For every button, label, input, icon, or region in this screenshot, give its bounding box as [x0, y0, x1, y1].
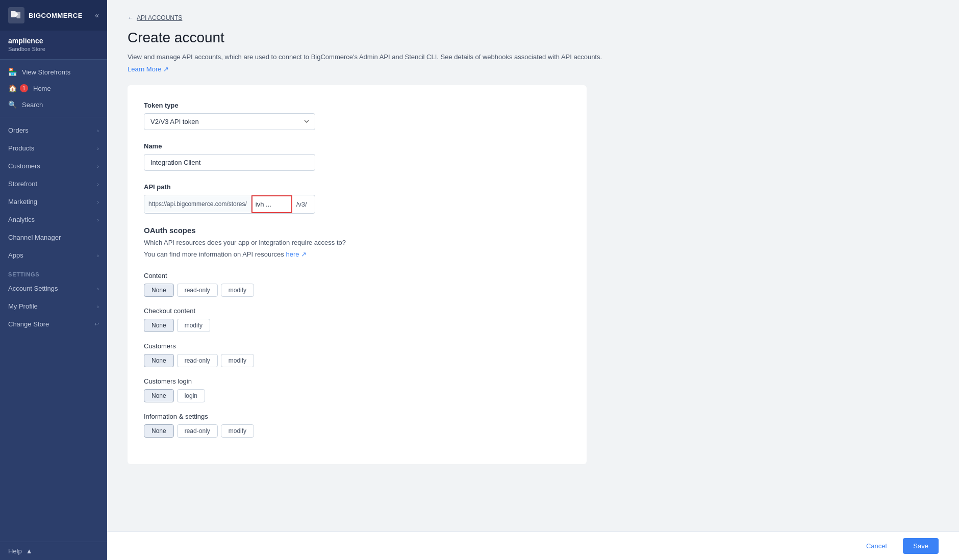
scope-customers-modify-btn[interactable]: modify	[221, 354, 254, 367]
analytics-chevron-icon: ›	[97, 217, 99, 223]
main-content: ← API ACCOUNTS Create account View and m…	[107, 0, 959, 531]
api-path-wrapper: https://api.bigcommerce.com/stores/ /v3/	[144, 195, 315, 214]
sidebar-item-marketing[interactable]: Marketing ›	[0, 193, 107, 211]
home-link[interactable]: 🏠 1 Home	[0, 80, 107, 96]
scope-checkout-buttons: None modify	[144, 319, 570, 332]
scope-content-readonly-btn[interactable]: read-only	[177, 284, 218, 297]
products-chevron-icon: ›	[97, 145, 99, 151]
storefront-label: Storefront	[8, 180, 37, 188]
store-info: amplience Sandbox Store	[0, 31, 107, 60]
customers-chevron-icon: ›	[97, 163, 99, 169]
sidebar-header: BIGCOMMERCE «	[0, 0, 107, 31]
sidebar-item-change-store[interactable]: Change Store ↩	[0, 315, 107, 333]
cancel-button[interactable]: Cancel	[856, 538, 897, 554]
scope-info-settings-none-btn[interactable]: None	[144, 424, 174, 438]
main-area: ← API ACCOUNTS Create account View and m…	[107, 0, 959, 560]
external-link-icon: ↗	[163, 65, 169, 73]
sidebar-item-storefront[interactable]: Storefront ›	[0, 175, 107, 193]
view-storefronts-link[interactable]: 🏪 View Storefronts	[0, 64, 107, 80]
scope-customers-login-label: Customers login	[144, 377, 570, 385]
footer-bar: Cancel Save	[107, 531, 959, 560]
sidebar-item-orders[interactable]: Orders ›	[0, 121, 107, 139]
storefront-icon: 🏪	[8, 68, 17, 76]
scope-customers-login: Customers login None login	[144, 377, 570, 402]
name-input[interactable]	[144, 154, 315, 171]
api-path-label: API path	[144, 183, 570, 191]
marketing-label: Marketing	[8, 198, 37, 206]
breadcrumb-link[interactable]: API ACCOUNTS	[137, 14, 182, 21]
sidebar-nav: Orders › Products › Customers › Storefro…	[0, 117, 107, 542]
sidebar-item-analytics[interactable]: Analytics ›	[0, 211, 107, 228]
api-path-suffix: /v3/	[292, 196, 311, 212]
collapse-button[interactable]: «	[95, 11, 99, 19]
api-path-store-input[interactable]	[251, 195, 292, 213]
sidebar-quick-actions: 🏪 View Storefronts 🏠 1 Home 🔍 Search	[0, 60, 107, 117]
channel-manager-label: Channel Manager	[8, 234, 61, 241]
my-profile-label: My Profile	[8, 302, 38, 310]
settings-section-label: Settings	[0, 264, 107, 279]
scope-information-settings: Information & settings None read-only mo…	[144, 413, 570, 438]
sidebar-item-my-profile[interactable]: My Profile ›	[0, 297, 107, 315]
scope-info-settings-modify-btn[interactable]: modify	[221, 424, 254, 438]
breadcrumb-arrow-icon: ←	[128, 14, 134, 21]
storefront-chevron-icon: ›	[97, 181, 99, 187]
search-link[interactable]: 🔍 Search	[0, 96, 107, 113]
scope-content: Content None read-only modify	[144, 272, 570, 297]
oauth-scopes-desc1: Which API resources does your app or int…	[144, 238, 570, 248]
home-badge: 1	[20, 84, 28, 92]
save-button[interactable]: Save	[903, 538, 939, 554]
api-resources-link[interactable]: here ↗	[286, 250, 307, 258]
help-footer[interactable]: Help ▲	[0, 542, 107, 560]
form-card: Token type V2/V3 API token Storefront to…	[128, 85, 587, 464]
scope-customers-readonly-btn[interactable]: read-only	[177, 354, 218, 367]
scope-customers-login-btn[interactable]: login	[177, 389, 205, 402]
oauth-scopes-title: OAuth scopes	[144, 226, 570, 235]
scope-customers-buttons: None read-only modify	[144, 354, 570, 367]
name-group: Name	[144, 142, 570, 171]
my-profile-chevron-icon: ›	[97, 303, 99, 310]
scope-info-settings-readonly-btn[interactable]: read-only	[177, 424, 218, 438]
sidebar-logo: BIGCOMMERCE	[8, 7, 83, 23]
sidebar-item-channel-manager[interactable]: Channel Manager	[0, 228, 107, 246]
breadcrumb: ← API ACCOUNTS	[128, 14, 939, 21]
page-title: Create account	[128, 30, 939, 46]
logo-text: BIGCOMMERCE	[29, 12, 83, 19]
scope-checkout-content: Checkout content None modify	[144, 307, 570, 332]
help-expand-icon: ▲	[26, 547, 33, 555]
sidebar-item-customers[interactable]: Customers ›	[0, 157, 107, 175]
oauth-scopes-group: OAuth scopes Which API resources does yo…	[144, 226, 570, 260]
sidebar-item-apps[interactable]: Apps ›	[0, 246, 107, 264]
scope-content-label: Content	[144, 272, 570, 279]
api-path-group: API path https://api.bigcommerce.com/sto…	[144, 183, 570, 214]
apps-label: Apps	[8, 251, 23, 259]
store-name: amplience	[8, 37, 99, 45]
marketing-chevron-icon: ›	[97, 199, 99, 205]
scope-content-none-btn[interactable]: None	[144, 284, 174, 297]
help-label: Help	[8, 547, 22, 555]
scope-customers: Customers None read-only modify	[144, 342, 570, 367]
products-label: Products	[8, 144, 34, 152]
account-settings-label: Account Settings	[8, 285, 58, 292]
scope-content-buttons: None read-only modify	[144, 284, 570, 297]
oauth-scopes-desc2: You can find more information on API res…	[144, 249, 570, 260]
orders-label: Orders	[8, 126, 29, 134]
scope-checkout-modify-btn[interactable]: modify	[177, 319, 210, 332]
bigcommerce-logo-icon	[8, 7, 24, 23]
token-type-select[interactable]: V2/V3 API token Storefront token	[144, 113, 315, 130]
api-path-prefix: https://api.bigcommerce.com/stores/	[144, 196, 251, 212]
sidebar-item-account-settings[interactable]: Account Settings ›	[0, 279, 107, 297]
scope-checkout-none-btn[interactable]: None	[144, 319, 174, 332]
scope-info-settings-label: Information & settings	[144, 413, 570, 420]
scope-customers-label: Customers	[144, 342, 570, 350]
scope-content-modify-btn[interactable]: modify	[221, 284, 254, 297]
sidebar-item-products[interactable]: Products ›	[0, 139, 107, 157]
scope-checkout-label: Checkout content	[144, 307, 570, 315]
customers-label: Customers	[8, 162, 40, 170]
page-description: View and manage API accounts, which are …	[128, 52, 939, 62]
view-storefronts-label: View Storefronts	[22, 68, 70, 76]
change-store-icon: ↩	[94, 321, 99, 327]
learn-more-link[interactable]: Learn More ↗	[128, 65, 169, 73]
scope-customers-login-none-btn[interactable]: None	[144, 389, 174, 402]
analytics-label: Analytics	[8, 216, 35, 223]
scope-customers-none-btn[interactable]: None	[144, 354, 174, 367]
